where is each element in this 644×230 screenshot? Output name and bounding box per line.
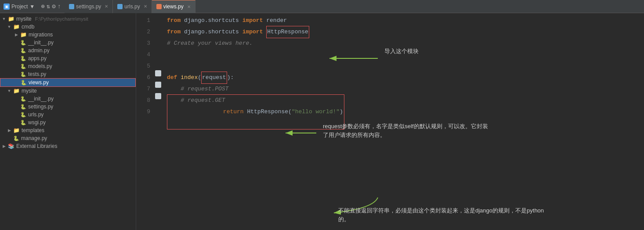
toolbar-icons: ⊕ ⇅ ⚙ ↑ — [41, 3, 61, 10]
toolbar-icon-2[interactable]: ⇅ — [47, 3, 50, 10]
code-line-5 — [167, 61, 640, 72]
ext-libs-icon: 📚 — [8, 143, 14, 149]
editor[interactable]: 1 2 3 4 5 6 7 8 9 from django. — [136, 13, 644, 230]
admin-label: admin.py — [28, 47, 50, 54]
urls-label: urls.py — [28, 111, 43, 118]
sidebar-item-cmdb[interactable]: ▼ 📁 cmdb — [0, 23, 136, 31]
tab-settings-label: settings.py — [76, 4, 101, 10]
editor-content: 1 2 3 4 5 6 7 8 9 from django. — [136, 13, 644, 230]
file-icon-init-mysite: 🐍 — [20, 96, 26, 102]
line-num-8: 8 — [136, 95, 150, 106]
sidebar-item-mysite-sub[interactable]: ▼ 📁 mysite — [0, 87, 136, 95]
line-num-4: 4 — [136, 49, 150, 61]
toolbar-icon-1[interactable]: ⊕ — [41, 3, 44, 10]
file-icon-admin: 🐍 — [20, 48, 26, 54]
manage-label: manage.py — [21, 135, 47, 141]
sidebar-item-ext-libs[interactable]: ▶ 📚 External Libraries — [0, 142, 136, 150]
sidebar-item-manage[interactable]: 🐍 manage.py — [0, 134, 136, 142]
mysite-path: F:\Python\pycharm\mysit — [35, 16, 88, 22]
file-icon-urls: 🐍 — [20, 112, 26, 118]
settings-file-icon — [69, 4, 74, 9]
tab-views-close[interactable]: ✕ — [187, 4, 191, 9]
folder-icon-templates: 📁 — [13, 127, 20, 133]
toolbar-left: ▣ Project ▼ ⊕ ⇅ ⚙ ↑ — [4, 3, 61, 10]
comment-3: # Create your views here. — [167, 38, 253, 49]
mysite-root-label: mysite — [16, 16, 32, 22]
tab-urls-close[interactable]: ✕ — [144, 4, 147, 9]
line-num-5: 5 — [136, 61, 150, 72]
module-2: django.shortcuts — [184, 26, 242, 38]
paren-close: ): — [227, 72, 234, 83]
tab-urls[interactable]: urls.py ✕ — [113, 0, 152, 13]
project-icon: ▣ — [4, 4, 10, 10]
code-area[interactable]: from django.shortcuts import render from… — [163, 13, 644, 230]
file-icon-init-cmdb: 🐍 — [20, 40, 26, 46]
arrow-cmdb: ▼ — [7, 25, 11, 29]
project-dropdown-arrow: ▼ — [29, 4, 35, 10]
main-area: ▼ 📁 mysite F:\Python\pycharm\mysit ▼ 📁 c… — [0, 13, 644, 230]
tab-urls-label: urls.py — [124, 4, 140, 10]
toolbar-icon-3[interactable]: ⚙ — [52, 3, 55, 10]
sidebar-item-admin[interactable]: 🐍 admin.py — [0, 47, 136, 54]
module-1: django.shortcuts — [184, 15, 242, 26]
folder-icon-mysite-sub: 📁 — [13, 88, 20, 94]
tab-views[interactable]: views.py ✕ — [152, 0, 195, 13]
sidebar-item-init-cmdb[interactable]: 🐍 __init__.py — [0, 39, 136, 47]
arrow-migrations: ▶ — [14, 32, 18, 37]
sidebar-item-models[interactable]: 🐍 models.py — [0, 62, 136, 70]
code-line-2: from django.shortcuts import HttpRespons… — [167, 26, 640, 38]
kw-import-2: import — [242, 26, 267, 38]
toolbar-icon-4[interactable]: ↑ — [58, 3, 61, 10]
mysite-sub-label: mysite — [22, 88, 37, 94]
tab-views-label: views.py — [163, 4, 184, 10]
comment-7: # request.POST — [167, 83, 228, 95]
paren-close-9: ) — [340, 108, 343, 115]
init-cmdb-label: __init__.py — [28, 40, 54, 46]
str-hello: "hello world!" — [292, 108, 340, 115]
tests-label: tests.py — [28, 71, 46, 77]
kw-from-2: from — [167, 26, 184, 38]
gutter-mark-6 — [155, 70, 161, 76]
gutter-mark-8 — [155, 93, 161, 99]
views-label: views.py — [29, 79, 49, 86]
tab-settings[interactable]: settings.py ✕ — [65, 0, 113, 13]
sidebar-item-urls[interactable]: 🐍 urls.py — [0, 111, 136, 119]
render: render — [266, 15, 287, 26]
sidebar-item-views[interactable]: 🐍 views.py — [0, 78, 136, 87]
models-label: models.py — [28, 63, 52, 69]
urls-file-icon — [117, 4, 123, 9]
tab-settings-close[interactable]: ✕ — [105, 4, 108, 9]
project-dropdown[interactable]: ▣ Project ▼ — [4, 4, 35, 10]
line-num-2: 2 — [136, 26, 150, 38]
line-numbers: 1 2 3 4 5 6 7 8 9 — [136, 13, 154, 230]
kw-from-1: from — [167, 15, 184, 26]
request-highlight: request — [201, 72, 227, 84]
sidebar-item-migrations[interactable]: ▶ 📁 migrations — [0, 31, 136, 39]
sidebar-item-apps[interactable]: 🐍 apps.py — [0, 54, 136, 62]
folder-icon-cmdb: 📁 — [13, 24, 20, 30]
tabs-bar: settings.py ✕ urls.py ✕ views.py ✕ — [65, 0, 640, 13]
sidebar-item-settings[interactable]: 🐍 settings.py — [0, 103, 136, 111]
wsgi-label: wsgi.py — [28, 119, 46, 126]
file-icon-wsgi: 🐍 — [20, 120, 26, 126]
httpresponse-call: HttpResponse( — [247, 108, 291, 115]
file-icon-settings: 🐍 — [20, 104, 26, 110]
httpresponse-highlight: HttpResponse — [266, 26, 309, 38]
code-line-7: # request.POST — [167, 83, 640, 95]
line-num-6: 6 — [136, 72, 150, 83]
sidebar-item-wsgi[interactable]: 🐍 wsgi.py — [0, 119, 136, 126]
kw-return: return — [210, 108, 247, 115]
sidebar-item-templates[interactable]: ▶ 📁 templates — [0, 126, 136, 134]
sidebar-item-init-mysite[interactable]: 🐍 __init__.py — [0, 95, 136, 103]
kw-import-1: import — [242, 15, 267, 26]
kw-def: def — [167, 72, 181, 83]
code-line-6: def index(request): — [167, 72, 640, 83]
paren-open: ( — [198, 72, 201, 83]
apps-label: apps.py — [28, 55, 47, 61]
line-num-1: 1 — [136, 15, 150, 26]
file-icon-views: 🐍 — [21, 80, 27, 86]
sidebar-item-tests[interactable]: 🐍 tests.py — [0, 70, 136, 78]
arrow-templates: ▶ — [7, 128, 11, 133]
sidebar-item-mysite-root[interactable]: ▼ 📁 mysite F:\Python\pycharm\mysit — [0, 15, 136, 23]
migrations-label: migrations — [29, 32, 53, 38]
